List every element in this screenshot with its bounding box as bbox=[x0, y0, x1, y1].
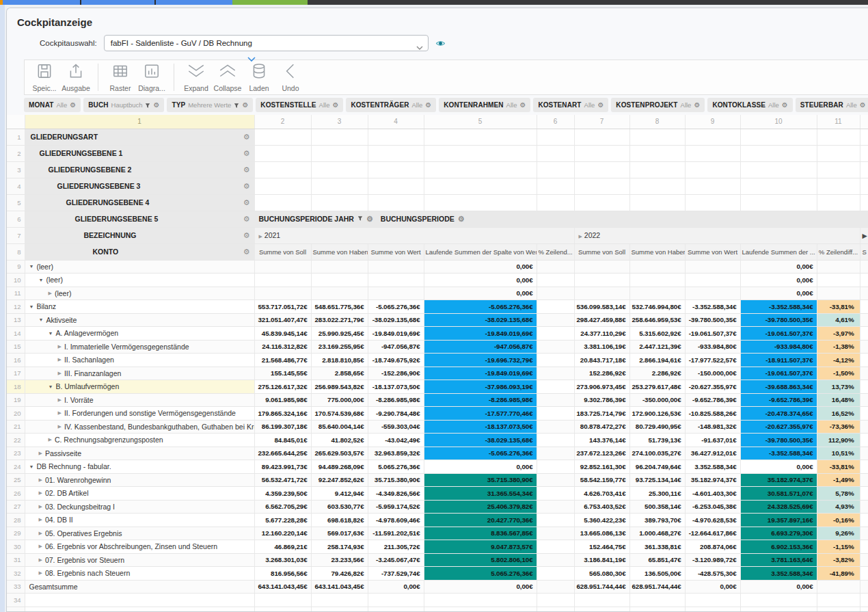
gear-icon[interactable]: ⚙ bbox=[332, 102, 338, 109]
gear-icon[interactable]: ⚙ bbox=[694, 102, 700, 109]
gear-icon[interactable]: ⚙ bbox=[243, 231, 250, 240]
value-cell[interactable] bbox=[685, 274, 740, 287]
value-cell[interactable]: 79.426,82€ bbox=[311, 567, 368, 581]
value-cell[interactable] bbox=[368, 274, 424, 287]
value-cell[interactable]: -947.056,87€ bbox=[368, 340, 424, 354]
row-diff-percent-cell[interactable] bbox=[537, 300, 574, 314]
expanded-triangle-icon[interactable]: ▼ bbox=[39, 317, 44, 322]
pivot-row-field[interactable]: KONTO⚙ bbox=[25, 243, 254, 260]
year-group-header[interactable]: ▶ bbox=[860, 227, 868, 243]
row-number[interactable]: 5 bbox=[7, 194, 25, 211]
row-diff-percent-cell[interactable] bbox=[537, 500, 574, 514]
running-total-cell[interactable]: -38.029.135,68€ bbox=[424, 313, 537, 327]
row-diff-percent-cell[interactable] bbox=[817, 260, 860, 274]
value-column-header[interactable]: % Zeilendiff... bbox=[817, 243, 860, 260]
gear-icon[interactable]: ⚙ bbox=[243, 133, 250, 142]
running-total-cell[interactable]: -18.911.507,37€ bbox=[740, 354, 817, 367]
value-column-header[interactable]: Summe von Wert bbox=[685, 243, 740, 260]
value-cell[interactable]: -18.137.073,50€ bbox=[368, 380, 424, 394]
row-number[interactable]: 34 bbox=[7, 594, 25, 607]
row-number[interactable]: 15 bbox=[7, 340, 25, 354]
row-diff-percent-cell[interactable]: -1,15% bbox=[817, 540, 860, 554]
running-total-cell[interactable]: 5.802.806,10€ bbox=[424, 553, 537, 567]
running-total-cell[interactable]: -19.849.019,69€ bbox=[424, 367, 537, 380]
row-number[interactable]: 20 bbox=[7, 407, 25, 421]
row-diff-percent-cell[interactable] bbox=[537, 274, 574, 287]
value-column-header[interactable]: Laufende Summen der Spalte von Wert bbox=[424, 243, 537, 260]
running-total-cell[interactable]: 8.836.567,85€ bbox=[424, 527, 537, 540]
value-column-header[interactable]: Summe von Soll bbox=[254, 243, 311, 260]
value-cell[interactable]: -43.042,49€ bbox=[368, 434, 424, 447]
row-label-cell[interactable]: ▶I. Vorräte bbox=[25, 393, 254, 407]
value-cell[interactable]: 6.562.705,29€ bbox=[254, 500, 311, 514]
value-cell[interactable]: -18.749.675,92€ bbox=[368, 354, 424, 367]
value-cell[interactable]: 56.532.471,72€ bbox=[254, 473, 311, 487]
collapse-triangle-icon[interactable]: ▶ bbox=[579, 234, 582, 239]
value-cell[interactable] bbox=[629, 274, 685, 287]
row-number[interactable]: 7 bbox=[7, 227, 25, 243]
collapsed-triangle-icon[interactable]: ▶ bbox=[58, 424, 62, 429]
pivot-column-fields[interactable]: BUCHUNGSPERIODE JAHR⚙BUCHUNGSPERIODE⚙ bbox=[254, 211, 868, 227]
gear-icon[interactable]: ⚙ bbox=[243, 182, 250, 191]
row-label-cell[interactable]: ▼DB Rechnung - fabular. bbox=[25, 460, 254, 474]
row-number[interactable]: 2 bbox=[7, 145, 25, 161]
running-total-cell[interactable]: 24.328.525,69€ bbox=[740, 500, 817, 514]
value-cell[interactable] bbox=[311, 274, 368, 287]
row-label-cell[interactable]: ▶07. Ergebnis vor Steuern bbox=[25, 553, 254, 567]
column-number[interactable]: 4 bbox=[368, 115, 424, 129]
value-cell[interactable]: -933.984,80€ bbox=[685, 340, 740, 354]
collapsed-triangle-icon[interactable]: ▶ bbox=[39, 570, 42, 576]
row-number[interactable]: 33 bbox=[7, 580, 25, 594]
value-cell[interactable]: 237.672.123,26€ bbox=[574, 447, 629, 460]
gear-icon[interactable]: ⚙ bbox=[597, 102, 603, 109]
value-cell[interactable]: 208.874,06€ bbox=[685, 540, 740, 554]
collapse-triangle-icon[interactable]: ▶ bbox=[259, 234, 262, 239]
gear-icon[interactable]: ⚙ bbox=[519, 102, 526, 109]
gear-icon[interactable]: ⚙ bbox=[243, 248, 250, 256]
value-cell[interactable]: -737.529,74€ bbox=[368, 567, 424, 581]
running-total-cell[interactable]: -19.061.507,37€ bbox=[740, 327, 817, 341]
value-cell[interactable]: 536.099.583,14€ bbox=[574, 300, 629, 314]
row-diff-percent-cell[interactable]: -4,12% bbox=[817, 354, 860, 367]
row-diff-percent-cell[interactable] bbox=[537, 354, 574, 367]
row-label-cell[interactable]: ▼(leer) bbox=[25, 260, 254, 274]
row-label-cell[interactable]: ▶04. DB II bbox=[25, 514, 254, 527]
running-total-cell[interactable]: -3.352.588,34€ bbox=[740, 447, 817, 460]
running-total-cell[interactable]: 5.065.276,36€ bbox=[424, 567, 537, 581]
row-number[interactable]: 23 bbox=[7, 447, 25, 460]
value-cell[interactable]: 84.845,01€ bbox=[254, 434, 311, 447]
row-label-cell[interactable]: ▶06. Ergebnis vor Abschreibungen, Zinsen… bbox=[25, 540, 254, 554]
row-diff-percent-cell[interactable] bbox=[537, 553, 574, 567]
value-cell[interactable]: 643.141.043,45€ bbox=[254, 580, 311, 594]
value-cell[interactable]: 89.423.991,73€ bbox=[254, 460, 311, 474]
value-cell[interactable]: 569.017,63€ bbox=[311, 527, 368, 540]
value-cell[interactable]: -4.349.826,56€ bbox=[368, 487, 424, 501]
column-number[interactable]: 9 bbox=[685, 115, 740, 129]
value-cell[interactable]: -19.061.507,37€ bbox=[685, 327, 740, 341]
row-label-cell[interactable]: ▶01. Warenrohgewinn bbox=[25, 473, 254, 487]
value-cell[interactable]: 273.906.973,45€ bbox=[574, 380, 629, 394]
value-column-header[interactable]: Summe von Soll bbox=[574, 243, 629, 260]
value-cell[interactable]: -10.825.588,26€ bbox=[685, 407, 740, 421]
running-total-cell[interactable]: 0,00€ bbox=[424, 260, 537, 274]
value-cell[interactable]: 51.739,13€ bbox=[629, 434, 685, 447]
collapsed-triangle-icon[interactable]: ▶ bbox=[39, 544, 42, 549]
value-cell[interactable]: 13.665.086,13€ bbox=[574, 527, 629, 540]
value-cell[interactable]: 41.802,52€ bbox=[311, 434, 368, 447]
value-cell[interactable]: 80.729.490,95€ bbox=[629, 420, 685, 434]
row-label-cell[interactable]: ▶I. Immaterielle Vermögensgegenstände bbox=[25, 340, 254, 354]
browser-tab[interactable] bbox=[3, 0, 80, 5]
value-cell[interactable] bbox=[629, 260, 685, 274]
running-total-cell[interactable]: 19.357.897,16€ bbox=[740, 514, 817, 527]
running-total-cell[interactable]: -38.029.135,68€ bbox=[424, 434, 537, 447]
running-total-cell[interactable]: -5.065.276,36€ bbox=[424, 300, 537, 314]
running-total-cell[interactable]: 31.365.554,34€ bbox=[424, 487, 537, 501]
collapsed-triangle-icon[interactable]: ▶ bbox=[58, 410, 62, 416]
running-total-cell[interactable]: -20.627.355,97€ bbox=[740, 420, 817, 434]
running-total-cell[interactable]: -9.652.786,39€ bbox=[740, 393, 817, 407]
row-label-cell[interactable]: ▼(leer) bbox=[25, 274, 254, 287]
row-label-cell[interactable]: ▶08. Ergebnis nach Steuern bbox=[25, 567, 254, 581]
row-label-cell[interactable]: ▶IV. Kassenbestand, Bundesbankguthaben, … bbox=[25, 420, 254, 434]
row-diff-percent-cell[interactable] bbox=[537, 473, 574, 487]
running-total-cell[interactable]: 25.406.379,82€ bbox=[424, 500, 537, 514]
